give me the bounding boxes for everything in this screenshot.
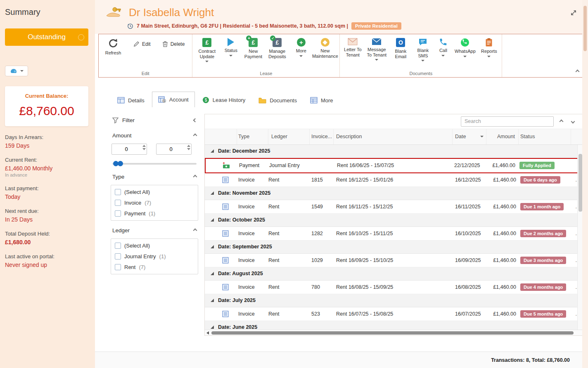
blank-email-button[interactable]: O Blank Email — [390, 36, 411, 59]
amount-min-field[interactable] — [111, 144, 147, 155]
chevron-down-icon — [205, 61, 209, 62]
column-header-amount[interactable]: Amount — [486, 129, 519, 144]
amount-max-input[interactable] — [156, 144, 191, 154]
new-maintenance-button[interactable]: New Maintenance — [313, 36, 337, 59]
table-row[interactable]: Invoice Rent 780 Rent 16/08/25 - 15/09/2… — [205, 281, 583, 294]
call-button[interactable]: Call — [435, 36, 451, 57]
checkbox[interactable] — [115, 243, 121, 249]
table-row[interactable]: Payment Journal Entry Rent 16/06/25 - 15… — [205, 158, 583, 173]
lease-more-button[interactable]: + More — [291, 36, 311, 57]
column-header-more — [571, 129, 583, 144]
tab-details[interactable]: Details — [111, 93, 150, 107]
group-header[interactable]: Date: September 2025 — [205, 241, 583, 254]
refresh-button[interactable]: Refresh — [101, 36, 125, 56]
blank-sms-icon — [418, 38, 427, 46]
column-header-icon[interactable] — [205, 129, 237, 144]
filter-section-ledger[interactable]: Ledger — [111, 227, 198, 234]
chevron-down-icon — [441, 55, 445, 57]
chevron-down-icon — [421, 60, 424, 61]
slider-track[interactable] — [112, 163, 197, 165]
column-header-description[interactable]: Description — [334, 129, 453, 144]
delete-button[interactable]: Delete — [160, 39, 187, 49]
status-badge: Due 6 days ago — [520, 176, 560, 184]
tab-account[interactable]: $ Account — [152, 92, 195, 107]
property-type-badge: Private Residential — [351, 22, 401, 30]
checkbox[interactable] — [115, 264, 121, 270]
page-scrollbar[interactable] — [582, 0, 588, 368]
scrollbar-thumb[interactable] — [579, 154, 582, 212]
group-header[interactable]: Date: October 2025 — [205, 214, 583, 227]
filter-dropdown-icon[interactable] — [480, 136, 484, 137]
table-row[interactable]: Invoice Rent 523 Rent 16/07/25 - 15/08/2… — [205, 307, 583, 321]
group-header[interactable]: Date: December 2025 — [205, 145, 583, 158]
invoice-icon — [222, 310, 229, 318]
expand-icon[interactable] — [570, 9, 577, 17]
ribbon-collapse-button[interactable] — [574, 68, 581, 75]
tab-more[interactable]: More — [304, 93, 339, 107]
checkbox[interactable] — [115, 253, 121, 259]
table-row[interactable]: Invoice Rent 1549 Rent 16/11/25 - 15/12/… — [205, 200, 583, 214]
reports-button[interactable]: Reports — [479, 36, 499, 57]
ledger-option-rent[interactable]: Rent (7) — [115, 264, 194, 270]
group-header[interactable]: Date: July 2025 — [205, 294, 583, 307]
column-header-invoice[interactable]: Invoice... — [310, 129, 334, 144]
column-header-status[interactable]: Status — [519, 129, 571, 144]
collapse-panel-icon[interactable] — [193, 118, 197, 123]
group-header[interactable]: Date: June 2025 — [205, 321, 583, 330]
type-option-invoice[interactable]: Invoice (7) — [115, 200, 194, 206]
refresh-icon — [108, 38, 119, 49]
scrollbar-thumb[interactable] — [583, 6, 587, 51]
table-row[interactable]: Invoice Rent 1815 Rent 16/12/25 - 15/01/… — [205, 173, 583, 187]
checkbox[interactable] — [115, 210, 121, 217]
slider-handle-max[interactable] — [118, 161, 123, 166]
history-icon[interactable] — [127, 23, 133, 29]
column-header-type[interactable]: Type — [237, 129, 268, 144]
ledger-option-select-all[interactable]: (Select All) — [115, 243, 194, 249]
group-header[interactable]: Date: November 2025 — [205, 187, 583, 200]
outstanding-button[interactable]: Outstanding — [5, 28, 88, 46]
expand-all-button[interactable] — [569, 117, 577, 125]
ledger-option-journal-entry[interactable]: Journal Entry (1) — [115, 253, 194, 259]
tab-documents[interactable]: Documents — [253, 94, 303, 107]
column-header-ledger[interactable]: Ledger — [268, 129, 310, 144]
whatsapp-button[interactable]: WhatsApp — [453, 36, 477, 57]
amount-min-input[interactable] — [112, 144, 147, 154]
new-payment-button[interactable]: £ + New Payment — [243, 36, 263, 59]
letter-to-tenant-button[interactable]: Letter To Tenant — [342, 36, 363, 57]
sidebar-quick-menu-button[interactable] — [5, 66, 28, 76]
type-option-select-all[interactable]: (Select All) — [115, 189, 194, 195]
table-row[interactable]: Invoice Rent 1282 Rent 16/10/25 - 15/11/… — [205, 227, 583, 241]
group-expand-icon — [211, 149, 214, 153]
message-to-tenant-button[interactable]: Message To Tenant — [365, 36, 389, 61]
scrollbar-thumb[interactable] — [211, 331, 574, 335]
collapse-all-button[interactable] — [557, 117, 565, 125]
checkbox[interactable] — [115, 200, 121, 206]
type-option-payment[interactable]: Payment (1) — [115, 210, 194, 217]
status-button[interactable]: Status — [220, 36, 241, 57]
spinner-up-icon[interactable] — [142, 145, 146, 147]
amount-max-field[interactable] — [156, 144, 192, 155]
search-input[interactable] — [461, 116, 554, 127]
filter-section-amount[interactable]: Amount — [111, 132, 198, 139]
group-header[interactable]: Date: August 2025 — [205, 267, 583, 281]
column-header-date[interactable]: Date — [453, 129, 486, 144]
filter-section-type[interactable]: Type — [111, 174, 198, 180]
grid-horizontal-scrollbar[interactable] — [205, 330, 583, 335]
edit-button[interactable]: Edit — [131, 39, 153, 49]
spinner-down-icon[interactable] — [142, 148, 146, 150]
scroll-left-icon[interactable] — [206, 331, 209, 335]
blank-sms-button[interactable]: Blank SMS — [413, 36, 433, 61]
amount-range-slider[interactable] — [112, 160, 197, 167]
spinner-up-icon[interactable] — [187, 145, 190, 147]
status-icon — [228, 38, 234, 46]
contract-update-button[interactable]: £ Contract Update — [195, 36, 219, 62]
spinner-down-icon[interactable] — [187, 148, 190, 150]
status-badge: Fully Applied — [519, 162, 555, 169]
ribbon-group-label-edit: Edit — [101, 70, 190, 77]
checkbox[interactable] — [115, 189, 121, 195]
table-row[interactable]: Invoice Rent 1029 Rent 16/09/25 - 15/10/… — [205, 254, 583, 267]
account-tab-icon: $ — [158, 96, 166, 103]
chevron-down-icon — [299, 55, 303, 57]
manage-deposits-button[interactable]: £ ✓ Manage Deposits — [265, 36, 289, 59]
tab-lease-history[interactable]: $ Lease History — [197, 93, 251, 107]
